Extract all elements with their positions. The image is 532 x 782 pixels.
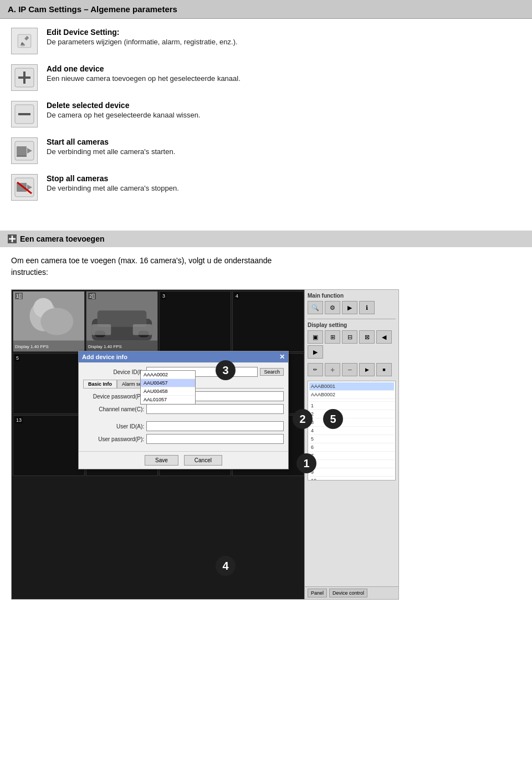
ss-inner: 1[] Display 1.40 FPS 2[] [12,290,398,599]
rp-list-item-2[interactable]: AAAB0002 [309,391,394,399]
body-text-block: Om een camera toe te voegen (max. 16 cam… [0,247,532,284]
edit-desc: De parameters wijzigen (informatie, alar… [47,38,238,46]
rp-info-btn[interactable]: ℹ [359,301,375,314]
badge-2: 2 [293,409,313,429]
delete-desc: De camera op het geselecteerde kanaal wi… [47,111,201,119]
rp-search-btn[interactable]: 🔍 [308,301,323,314]
badge-1: 1 [296,453,316,473]
right-panel: Main function 🔍 ⚙ ▶ ℹ Display setting ▣ … [304,290,398,599]
start-text-block: Start all cameras De verbinding met alle… [47,137,175,156]
delete-icon-box [11,101,38,127]
section2-title: Een camera toevoegen [20,234,105,243]
start-camera-icon [14,140,35,161]
stop-camera-icon [14,177,35,198]
cam-cell-4: 4 [232,291,304,352]
dd-item-4[interactable]: AAL01057 [141,396,195,404]
dd-item-1[interactable]: AAAA0002 [141,371,195,379]
dialog-label-channel-name: Channel name(C): [83,406,144,412]
cam-label-4: 4 [234,293,239,299]
rp-grid4-btn[interactable]: ⊠ [359,330,375,344]
rp-play-btn[interactable]: ▶ [359,363,375,376]
rp-record-btn[interactable]: ▶ [342,301,357,314]
svg-rect-4 [21,45,24,47]
dialog-input-channel-name[interactable] [146,404,284,414]
svg-rect-13 [17,155,27,157]
rp-list-num-1[interactable]: 1 [309,402,394,410]
dd-item-3[interactable]: AAU00458 [141,387,195,396]
rp-grid2-btn[interactable]: ⊞ [325,330,340,344]
dialog-cancel-button[interactable]: Cancel [184,455,222,466]
dialog-row-channel-name: Channel name(C): [83,404,284,414]
svg-point-24 [40,308,73,335]
baby-cam-img: Display 1.40 FPS [13,292,84,351]
cam-label-5: 5 [15,355,20,361]
dialog-input-user-id[interactable] [146,421,284,431]
cam-cell-1: 1[] Display 1.40 FPS [13,291,85,352]
edit-icon-box [11,28,38,54]
rp-list-num-3[interactable]: 3 [309,418,394,427]
rp-device-toolbar: ✏ + − ▶ ■ [308,363,396,376]
rp-next-btn[interactable]: ▶ [308,345,323,359]
icon-row-edit: Edit Device Setting: De parameters wijzi… [11,28,521,54]
svg-rect-33 [133,324,152,335]
rp-bottom-tabs: Panel Device control [305,586,398,599]
rp-prev-btn[interactable]: ◀ [376,330,392,344]
dialog-row-user-id: User ID(A): [83,421,284,431]
dialog-label-device-id: Device ID(I): [83,369,144,375]
start-desc: De verbinding met alle camera's starten. [47,147,175,156]
edit-title: Edit Device Setting: [47,28,238,37]
dialog-close-button[interactable]: ✕ [279,353,285,361]
cam-cell-5: 5 [13,353,85,414]
rp-channel-list[interactable]: AAAB0001 AAAB0002 1 2 3 4 5 6 7 8 9 10 1… [308,381,396,481]
rp-list-num-9[interactable]: 9 [309,468,394,477]
rp-list-num-10[interactable]: 10 [309,477,394,481]
start-title: Start all cameras [47,137,175,146]
svg-rect-15 [17,183,27,192]
rp-list-num-2[interactable]: 2 [309,410,394,418]
svg-rect-32 [92,324,111,335]
dialog-tab-basic-info[interactable]: Basic Info [83,380,117,388]
rp-settings-btn[interactable]: ⚙ [325,301,340,314]
add-title: Add one device [47,64,241,73]
add-icon-box [11,64,38,91]
rp-add-btn[interactable]: + [325,363,340,376]
cam-cell-2: 2[] Display 1.40 FPS [86,291,158,352]
add-device-dialog: Add device info ✕ Device ID(I): Search B… [78,351,289,469]
cam-label-13: 13 [15,417,23,423]
rp-grid1-btn[interactable]: ▣ [308,330,323,344]
svg-text:Display 1.40 FPS: Display 1.40 FPS [88,344,122,349]
delete-title: Delete selected device [47,101,201,110]
dialog-footer: Save Cancel [79,451,288,469]
start-icon-box [11,137,38,164]
rp-stop-btn[interactable]: ■ [376,363,392,376]
rp-main-toolbar: 🔍 ⚙ ▶ ℹ [308,301,396,314]
cam-cell-3: 3 [159,291,231,352]
section2-header: Een camera toevoegen [0,231,532,247]
icon-row-stop: Stop all cameras De verbinding met alle … [11,174,521,201]
edit-pencil-icon [16,32,33,50]
badge-4: 4 [216,556,236,576]
rp-list-num-5[interactable]: 5 [309,435,394,443]
rp-grid3-btn[interactable]: ⊟ [342,330,357,344]
icon-row-add: Add one device Een nieuwe camera toevoeg… [11,64,521,91]
dialog-search-button[interactable]: Search [260,368,284,376]
dialog-label-device-password: Device password(P): [83,393,144,400]
section2-plus-icon [8,234,17,243]
dialog-row-user-password: User password(P): [83,434,284,444]
rp-tab-panel[interactable]: Panel [308,589,327,597]
dialog-save-button[interactable]: Save [145,455,178,466]
delete-minus-icon [14,104,35,125]
rp-list-num-4[interactable]: 4 [309,427,394,435]
rp-list-num-6[interactable]: 6 [309,443,394,452]
cam-cell-13: 13 [13,415,85,476]
rp-list-num-8[interactable]: 8 [309,460,394,468]
dialog-input-user-password[interactable] [146,434,284,444]
rp-list-num-7[interactable]: 7 [309,452,394,460]
dd-item-2[interactable]: AAU00457 [141,379,195,387]
rp-del-btn[interactable]: − [342,363,357,376]
rp-tab-device-control[interactable]: Device control [329,589,367,597]
dialog-title-text: Add device info [82,354,127,360]
rp-edit-btn[interactable]: ✏ [308,363,323,376]
rp-list-item-selected[interactable]: AAAB0001 [309,382,394,391]
cam-label-2: 2[] [88,293,96,299]
